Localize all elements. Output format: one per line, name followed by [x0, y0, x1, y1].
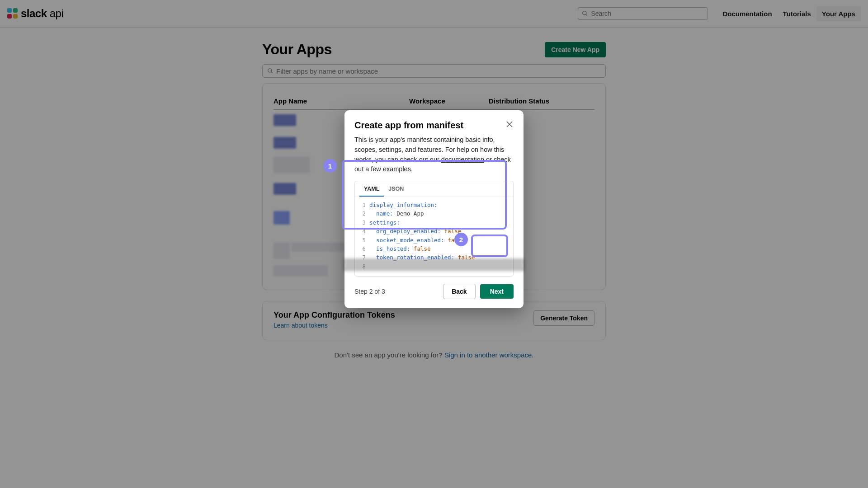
step-indicator: Step 2 of 3 [354, 288, 385, 295]
close-icon[interactable] [505, 120, 514, 128]
back-button[interactable]: Back [443, 284, 475, 299]
manifest-code[interactable]: 1display_information: 2 name: Demo App 3… [355, 197, 513, 276]
next-button[interactable]: Next [480, 284, 514, 299]
modal-description: This is your app's manifest containing b… [354, 135, 514, 174]
documentation-link[interactable]: documentation [441, 156, 484, 163]
tab-yaml[interactable]: YAML [359, 181, 384, 197]
modal-overlay: Create app from manifest This is your ap… [0, 0, 868, 488]
create-app-modal: Create app from manifest This is your ap… [344, 110, 524, 308]
tab-json[interactable]: JSON [384, 181, 408, 197]
annotation-badge-1: 1 [323, 159, 337, 173]
examples-link[interactable]: examples [383, 165, 411, 173]
manifest-editor: YAML JSON 1display_information: 2 name: … [354, 181, 514, 277]
modal-title: Create app from manifest [354, 120, 463, 131]
